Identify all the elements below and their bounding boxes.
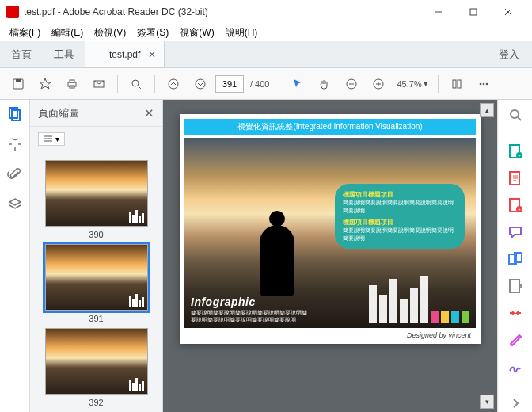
thumbnail-panel-title: 頁面縮圖	[38, 106, 79, 120]
tab-bar: 首頁 工具 test.pdf ✕ 登入	[0, 41, 532, 68]
close-button[interactable]	[491, 0, 526, 24]
hand-tool[interactable]	[313, 72, 336, 96]
bar-chart-icon	[369, 276, 469, 323]
page-up-button[interactable]	[162, 72, 185, 96]
search-tool-icon[interactable]	[507, 106, 524, 124]
svg-line-30	[518, 117, 521, 120]
print-button[interactable]	[60, 72, 84, 96]
combine-icon[interactable]	[507, 250, 524, 268]
svg-text:+: +	[518, 207, 521, 212]
email-button[interactable]	[87, 72, 111, 96]
comment-icon[interactable]	[507, 223, 524, 241]
window-title: test.pdf - Adobe Acrobat Reader DC (32-b…	[24, 6, 208, 17]
svg-rect-25	[12, 110, 20, 120]
chevron-down-icon: ▾	[55, 135, 59, 143]
left-rail	[0, 100, 30, 412]
svg-point-21	[479, 82, 481, 85]
svg-rect-5	[16, 79, 21, 82]
svg-rect-20	[458, 80, 461, 88]
menu-window[interactable]: 視窗(W)	[175, 25, 218, 41]
page-view[interactable]: ▴ ▾ 視覺化資訊統整(Integrated Information Visua…	[163, 100, 497, 412]
svg-rect-1	[470, 9, 477, 15]
svg-text:+: +	[518, 153, 521, 158]
chevron-down-icon: ▾	[424, 78, 428, 89]
create-pdf-icon[interactable]: +	[507, 196, 524, 214]
right-rail: + +	[497, 100, 532, 412]
scroll-up-button[interactable]: ▴	[480, 103, 494, 117]
svg-point-12	[169, 79, 178, 89]
toolbar: / 400 45.7%▾	[0, 68, 532, 100]
collapse-rail-icon[interactable]	[507, 395, 524, 412]
login-button[interactable]: 登入	[486, 41, 532, 67]
svg-point-13	[196, 79, 205, 89]
selection-tool[interactable]	[286, 72, 310, 96]
tab-home[interactable]: 首頁	[0, 41, 43, 67]
app-icon	[6, 6, 19, 18]
zoom-out-button[interactable]	[340, 72, 363, 96]
thumbnail-391[interactable]: 391	[45, 244, 148, 323]
tab-tools[interactable]: 工具	[43, 41, 86, 67]
infographic-text: Infographic 簡要說明簡要說明簡要說明簡要說明簡要說明簡要說明簡要說明…	[191, 295, 310, 323]
svg-point-23	[485, 82, 488, 85]
thumbnail-label: 391	[45, 314, 148, 323]
zoom-level[interactable]: 45.7%▾	[393, 78, 431, 89]
svg-point-22	[482, 82, 484, 85]
menu-edit[interactable]: 編輯(E)	[47, 25, 88, 41]
tab-close-icon[interactable]: ✕	[148, 49, 156, 60]
svg-point-29	[511, 110, 519, 118]
bookmarks-icon[interactable]	[7, 136, 23, 152]
zoom-in-button[interactable]	[367, 72, 390, 96]
organize-icon[interactable]	[507, 277, 524, 295]
svg-rect-40	[510, 280, 519, 292]
attachments-icon[interactable]	[7, 166, 23, 182]
thumbnail-392[interactable]: 392	[45, 328, 148, 407]
save-button[interactable]	[6, 72, 30, 96]
layers-icon[interactable]	[7, 196, 23, 212]
thumbnails-icon[interactable]	[7, 106, 23, 122]
maximize-button[interactable]	[456, 0, 491, 24]
thumbnail-label: 390	[45, 230, 148, 239]
star-icon[interactable]	[33, 72, 57, 96]
compress-icon[interactable]	[507, 304, 524, 322]
redact-icon[interactable]	[507, 331, 524, 349]
credit-text: Designed by vincent	[184, 328, 476, 339]
export-pdf-icon[interactable]: +	[507, 143, 524, 160]
find-button[interactable]	[124, 72, 148, 96]
svg-point-10	[132, 80, 139, 86]
menu-sign[interactable]: 簽署(S)	[132, 25, 173, 41]
callout-bubble: 標題項目標題項目 簡要說明簡要說明簡要說明簡要說明簡要說明簡要說明 標題項目標題…	[335, 184, 465, 249]
thumbnail-390[interactable]: 390	[45, 160, 148, 239]
page-total: / 400	[247, 79, 272, 89]
thumbnail-panel: 頁面縮圖 ✕ ▾ 390391392	[30, 100, 163, 412]
close-panel-icon[interactable]: ✕	[144, 106, 154, 120]
thumbnail-options-button[interactable]: ▾	[38, 132, 65, 146]
menu-view[interactable]: 檢視(V)	[89, 25, 131, 41]
page-down-button[interactable]	[188, 72, 212, 96]
tab-document[interactable]: test.pdf ✕	[86, 41, 165, 67]
fit-width-button[interactable]	[445, 72, 469, 96]
svg-rect-24	[10, 108, 17, 118]
page-number-input[interactable]	[215, 75, 244, 93]
menu-help[interactable]: 說明(H)	[221, 25, 263, 41]
minimize-button[interactable]	[421, 0, 456, 24]
hero-image: 標題項目標題項目 簡要說明簡要說明簡要說明簡要說明簡要說明簡要說明 標題項目標題…	[184, 138, 476, 328]
more-tools-button[interactable]	[472, 72, 496, 96]
tab-document-label: test.pdf	[109, 49, 140, 60]
edit-pdf-icon[interactable]	[507, 170, 524, 187]
svg-line-11	[138, 86, 141, 89]
menu-file[interactable]: 檔案(F)	[5, 25, 45, 41]
banner-text: 視覺化資訊統整(Integrated Information Visualiza…	[184, 119, 476, 135]
scroll-down-button[interactable]: ▾	[480, 395, 494, 409]
document-page: 視覺化資訊統整(Integrated Information Visualiza…	[180, 114, 481, 344]
thumbnail-label: 392	[45, 398, 148, 407]
title-bar: test.pdf - Adobe Acrobat Reader DC (32-b…	[0, 0, 532, 24]
sign-icon[interactable]	[507, 358, 524, 376]
svg-rect-19	[453, 80, 456, 88]
svg-rect-7	[70, 80, 74, 82]
menu-bar: 檔案(F) 編輯(E) 檢視(V) 簽署(S) 視窗(W) 說明(H)	[0, 24, 532, 41]
